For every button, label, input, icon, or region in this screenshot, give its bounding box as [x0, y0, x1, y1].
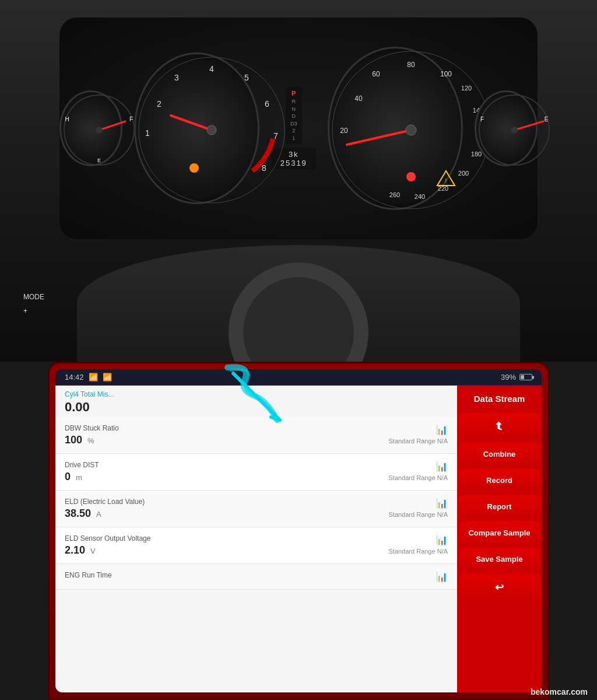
svg-text:F: F	[129, 116, 133, 123]
svg-line-15	[171, 116, 212, 130]
svg-text:H: H	[65, 116, 69, 123]
svg-line-4	[99, 121, 125, 130]
status-bar: 14:42 📶 📶 39%	[55, 369, 542, 386]
eld-voltage-value: 2.10 V	[65, 544, 388, 556]
exit-button[interactable]: ⮬	[459, 413, 539, 439]
breadcrumb: Cyl4 Total Mis...	[65, 390, 448, 398]
svg-text:6: 6	[265, 99, 269, 108]
svg-text:20: 20	[340, 127, 349, 135]
compare-sample-button[interactable]: Compare Sample	[459, 522, 539, 544]
wifi-icon: 📶	[89, 373, 98, 382]
eld-voltage-row: ELD Sensor Output Voltage 2.10 V 📊 Stand…	[55, 527, 457, 564]
eld-voltage-label: ELD Sensor Output Voltage	[65, 534, 388, 542]
svg-text:5: 5	[244, 73, 249, 82]
svg-point-33	[406, 125, 416, 135]
dbw-label: DBW Stuck Ratio	[65, 424, 388, 432]
svg-text:120: 120	[461, 85, 472, 92]
mode-button: MODE +	[23, 293, 44, 315]
steering-wheel	[229, 262, 368, 362]
dashboard-photo: H F E 2 1 3 4 5 6 7 8	[0, 0, 597, 362]
svg-text:200: 200	[458, 170, 469, 177]
obd-device: 14:42 📶 📶 39% Cyl4 Total M	[48, 362, 549, 700]
svg-line-32	[347, 130, 411, 145]
obd-screen: 14:42 📶 📶 39% Cyl4 Total M	[55, 369, 542, 692]
sidebar: Data Stream ⮬ Combine Record Report	[457, 386, 542, 692]
eng-runtime-label: ENG Run Time	[65, 571, 436, 579]
header-value: 0.00	[65, 400, 448, 415]
svg-text:100: 100	[440, 70, 452, 78]
svg-point-34	[406, 172, 416, 181]
svg-text:E: E	[545, 116, 549, 123]
svg-text:40: 40	[355, 94, 363, 103]
dbw-range: Standard Range N/A	[388, 438, 448, 444]
drive-dist-label: Drive DIST	[65, 461, 388, 469]
drive-dist-value: 0 m	[65, 471, 388, 483]
eld-value: 38.50 A	[65, 508, 388, 520]
fuel-gauge: H F E	[59, 90, 122, 166]
svg-text:4: 4	[209, 64, 214, 74]
eld-row: ELD (Electric Load Value) 38.50 A 📊 Stan…	[55, 491, 457, 527]
combine-label: Combine	[483, 450, 516, 459]
drive-dist-range: Standard Range N/A	[388, 474, 448, 481]
gauge-cluster: H F E 2 1 3 4 5 6 7 8	[59, 18, 538, 239]
back-icon: ↩	[495, 581, 504, 594]
dbw-chart-icon[interactable]: 📊	[436, 424, 448, 435]
eng-runtime-row: ENG Run Time 📊	[55, 564, 457, 590]
svg-line-40	[514, 121, 543, 130]
status-left: 14:42 📶 📶	[65, 373, 112, 382]
battery-percent: 39%	[501, 373, 516, 382]
rpm-gauge: 2 1 3 4 5 6 7 8	[134, 52, 259, 204]
watermark: bekomcar.com	[531, 687, 588, 696]
main-content: Cyl4 Total Mis... 0.00 DBW Stuck Ratio 1…	[55, 386, 542, 692]
svg-text:E: E	[97, 158, 101, 163]
svg-point-41	[511, 127, 518, 134]
signal-icon: 📶	[103, 373, 112, 382]
svg-point-16	[207, 125, 216, 135]
svg-text:60: 60	[373, 70, 381, 78]
status-right: 39%	[501, 373, 532, 382]
svg-text:8: 8	[262, 163, 266, 173]
eng-runtime-chart-icon[interactable]: 📊	[436, 571, 448, 582]
report-label: Report	[487, 502, 512, 511]
data-list[interactable]: Cyl4 Total Mis... 0.00 DBW Stuck Ratio 1…	[55, 386, 457, 692]
drive-dist-chart-icon[interactable]: 📊	[436, 461, 448, 472]
record-button[interactable]: Record	[459, 469, 539, 492]
back-button[interactable]: ↩	[459, 574, 539, 601]
eld-voltage-range: Standard Range N/A	[388, 548, 448, 555]
data-header: Cyl4 Total Mis... 0.00	[55, 386, 457, 417]
eld-range: Standard Range N/A	[388, 511, 448, 518]
svg-text:240: 240	[415, 193, 425, 200]
combine-button[interactable]: Combine	[459, 443, 539, 466]
svg-text:260: 260	[389, 191, 400, 198]
svg-text:80: 80	[408, 61, 416, 69]
report-button[interactable]: Report	[459, 495, 539, 518]
save-label: Save Sample	[476, 555, 522, 564]
eld-voltage-chart-icon[interactable]: 📊	[436, 534, 448, 545]
svg-text:3: 3	[174, 73, 179, 82]
svg-text:2: 2	[157, 99, 161, 108]
record-label: Record	[486, 476, 512, 485]
steering-wheel-area	[77, 245, 520, 362]
svg-text:!: !	[445, 178, 447, 184]
eld-chart-icon[interactable]: 📊	[436, 498, 448, 509]
svg-text:F: F	[480, 116, 484, 123]
exit-icon: ⮬	[494, 420, 505, 432]
sidebar-title: Data Stream	[459, 388, 539, 410]
compare-label: Compare Sample	[468, 528, 530, 537]
drive-dist-row: Drive DIST 0 m 📊 Standard Range N/A	[55, 454, 457, 491]
gear-display: P R N D D3 2 1	[286, 87, 302, 145]
time-display: 14:42	[65, 373, 84, 382]
speed-gauge: 40 20 60 80 100 120 140 160 180 200 220 …	[328, 47, 463, 210]
svg-point-17	[189, 163, 199, 173]
svg-point-5	[96, 127, 103, 134]
eld-label: ELD (Electric Load Value)	[65, 498, 388, 506]
dbw-stuck-ratio-row: DBW Stuck Ratio 100 % 📊 Standard Range N…	[55, 417, 457, 454]
save-sample-button[interactable]: Save Sample	[459, 548, 539, 570]
svg-text:1: 1	[145, 128, 150, 138]
right-gauge: F E	[475, 90, 538, 166]
dbw-value: 100 %	[65, 434, 388, 446]
battery-indicator	[519, 374, 532, 380]
